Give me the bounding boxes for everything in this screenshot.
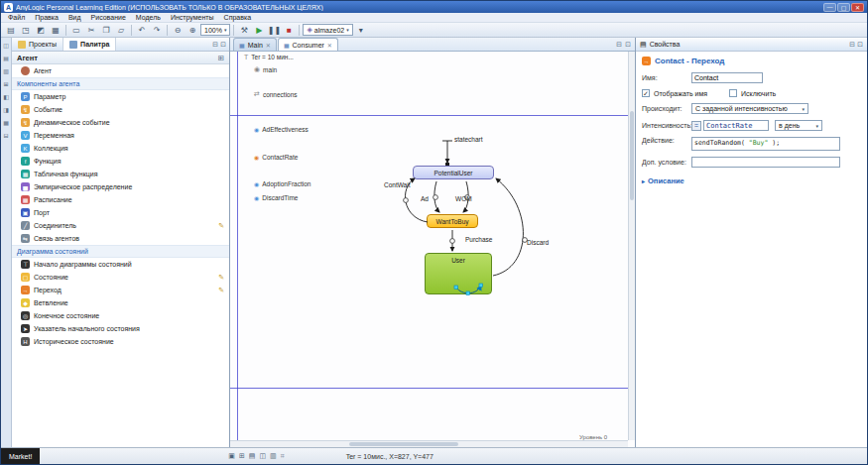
errors-status-icon[interactable]: ▥ — [270, 452, 277, 460]
palette-item-12[interactable]: ╱Соединитель✎ — [12, 219, 229, 232]
paste-icon[interactable]: ▱ — [114, 24, 128, 37]
log-status-icon[interactable]: ▤ — [249, 452, 256, 460]
close-icon[interactable]: ✕ — [327, 42, 332, 49]
scroll-thumb[interactable] — [349, 442, 458, 446]
restore-strip-icon[interactable]: ⊟ — [2, 131, 11, 140]
problems-status-icon[interactable]: ⊞ — [239, 452, 245, 460]
description-section[interactable]: ▸ Описание — [642, 176, 861, 185]
maximize-editor-icon[interactable]: ⊡ — [625, 41, 631, 49]
editor-tab-main[interactable]: ▦ Main ✕ — [233, 38, 277, 51]
transition-label-discard[interactable]: Discard — [527, 240, 549, 247]
palette-item-3[interactable]: ↯Событие — [12, 103, 229, 116]
grid-status-icon[interactable]: ⌗ — [281, 452, 285, 460]
transition-label-wom[interactable]: WOM — [455, 196, 472, 203]
market-badge[interactable]: Market! — [1, 448, 40, 464]
editor-tab-consumer[interactable]: ▦ Consumer ✕ — [278, 38, 338, 51]
maximize-panel-icon[interactable]: ⊡ — [857, 41, 863, 49]
state-potentialuser[interactable]: PotentialUser — [413, 166, 494, 179]
palette-item-8[interactable]: ▦Табличная функция — [12, 168, 229, 180]
experiment-settings-icon[interactable]: ▾ — [354, 24, 368, 37]
open-icon[interactable]: ◳ — [19, 24, 33, 37]
palette-item-6[interactable]: KКоллекция — [12, 142, 229, 155]
menu-item-0[interactable]: Файл — [3, 14, 30, 21]
equation-icon[interactable]: = — [691, 121, 701, 131]
menu-item-3[interactable]: Рисование — [86, 14, 131, 21]
zoom-combo[interactable]: 100%▾ — [200, 24, 230, 36]
statechart-entry-label[interactable]: statechart — [454, 137, 483, 144]
print-icon[interactable]: ▭ — [69, 24, 83, 37]
name-field[interactable] — [691, 72, 763, 83]
menu-item-1[interactable]: Правка — [30, 14, 63, 21]
copy-icon[interactable]: ❐ — [99, 24, 113, 37]
transition-label-ad[interactable]: Ad — [421, 196, 429, 203]
show-name-checkbox[interactable]: ✓ — [642, 89, 650, 97]
tab-palette[interactable]: Палитра — [63, 38, 116, 51]
minimize-panel-icon[interactable]: ⊟ — [849, 41, 855, 49]
exclude-checkbox[interactable] — [729, 89, 737, 97]
close-window-button[interactable]: ✕ — [851, 3, 864, 12]
guard-field[interactable] — [691, 157, 840, 168]
minimize-panel-icon[interactable]: ⊟ — [212, 41, 218, 49]
model-canvas[interactable]: T Ter = 10 мин... ◉ main ⇄ connections ◉… — [230, 52, 635, 447]
zoom-out-icon[interactable]: ⊖ — [171, 24, 185, 37]
maximize-window-button[interactable]: ▢ — [837, 3, 850, 12]
parameter-adoptionfraction[interactable]: ◉ AdoptionFraction — [254, 180, 310, 187]
projects-strip-icon[interactable]: ◫ — [2, 41, 11, 50]
palette-item-18[interactable]: ◆Ветвление — [12, 296, 229, 309]
embedded-connections[interactable]: ⇄ connections — [254, 90, 298, 98]
state-user[interactable]: User — [425, 253, 492, 294]
maximize-panel-icon[interactable]: ⊡ — [220, 41, 226, 49]
palette-item-17[interactable]: →Переход✎ — [12, 284, 229, 296]
palette-item-0[interactable]: Агент — [12, 64, 229, 77]
parameter-discardtime[interactable]: ◉ DiscardTime — [254, 194, 299, 201]
palette-item-19[interactable]: ◎Конечное состояние — [12, 309, 229, 322]
palette-strip-icon[interactable]: ▤ — [2, 54, 11, 62]
rate-field[interactable] — [703, 120, 769, 131]
action-field[interactable]: sendToRandom( "Buy" ); — [691, 137, 840, 151]
run-icon[interactable]: ▶ — [252, 24, 266, 37]
palette-item-13[interactable]: ⇆Связь агентов — [12, 232, 229, 245]
parameter-contactrate[interactable]: ◉ ContactRate — [254, 154, 298, 161]
menu-item-2[interactable]: Вид — [63, 14, 86, 21]
search-strip-icon[interactable]: ⊞ — [2, 79, 11, 88]
console-strip-icon[interactable]: ◧ — [2, 92, 11, 101]
tab-list-icon[interactable]: ⊟ — [616, 41, 622, 49]
stop-icon[interactable]: ■ — [282, 24, 296, 37]
save-icon[interactable]: ◩ — [34, 24, 48, 37]
palette-item-4[interactable]: ↯Динамическое событие — [12, 116, 229, 129]
menu-item-5[interactable]: Инструменты — [166, 14, 219, 21]
model-strip-icon[interactable]: ▦ — [2, 118, 11, 127]
views-status-icon[interactable]: ◫ — [259, 452, 266, 460]
palette-item-7[interactable]: fФункция — [12, 155, 229, 168]
parameter-adeffectiveness[interactable]: ◉ AdEffectiveness — [254, 126, 309, 133]
palette-item-5[interactable]: VПеременная — [12, 129, 229, 142]
palette-item-11[interactable]: ▣Порт — [12, 206, 229, 219]
build-icon[interactable]: ⚒ — [237, 24, 251, 37]
cut-icon[interactable]: ✂ — [84, 24, 98, 37]
console-status-icon[interactable]: ▣ — [228, 452, 235, 460]
rate-units-select[interactable]: в день ▾ — [775, 120, 822, 131]
transition-label-contwait[interactable]: ContWait — [384, 182, 411, 189]
canvas-note[interactable]: T Ter = 10 мин... — [244, 54, 294, 60]
vertical-scrollbar[interactable] — [628, 52, 635, 440]
palette-item-20[interactable]: ➤Указатель начального состояния — [12, 322, 229, 335]
transition-label-purchase[interactable]: Purchase — [465, 237, 492, 244]
redo-icon[interactable]: ↷ — [150, 24, 164, 37]
palette-item-9[interactable]: ▅Эмпирическое распределение — [12, 180, 229, 193]
pause-icon[interactable]: ❚❚ — [267, 24, 281, 37]
new-model-icon[interactable]: ▤ — [4, 24, 18, 37]
palette-search-icon[interactable]: ⊞ — [218, 54, 224, 62]
menu-item-6[interactable]: Справка — [219, 14, 256, 21]
close-icon[interactable]: ✕ — [266, 42, 271, 49]
zoom-in-icon[interactable]: ⊕ — [186, 24, 199, 37]
menu-item-4[interactable]: Модель — [131, 14, 166, 21]
palette-item-2[interactable]: PПараметр — [12, 90, 229, 103]
state-wanttobuy[interactable]: WantToBuy — [427, 214, 478, 228]
properties-strip-icon[interactable]: ▥ — [2, 66, 11, 75]
horizontal-scrollbar[interactable] — [230, 440, 628, 447]
scroll-thumb[interactable] — [630, 111, 634, 200]
palette-item-15[interactable]: ⊤Начало диаграммы состояний — [12, 258, 229, 271]
undo-icon[interactable]: ↶ — [135, 24, 149, 37]
minimize-window-button[interactable]: — — [823, 3, 836, 12]
problems-strip-icon[interactable]: ◨ — [2, 105, 11, 114]
